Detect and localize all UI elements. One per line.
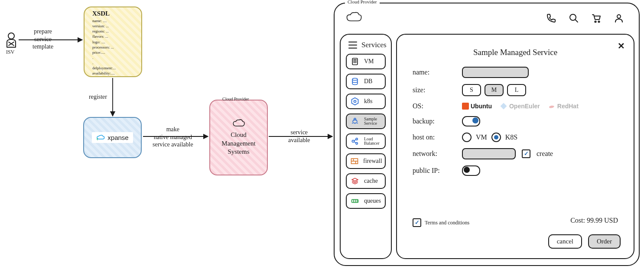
field-host-label: host on: xyxy=(413,133,456,141)
svg-point-10 xyxy=(352,78,358,81)
cloud-ui-provider-label: Cloud Provider xyxy=(345,0,380,4)
cms-title: Cloud Management Systems xyxy=(221,131,255,156)
size-option-M[interactable]: M xyxy=(485,84,504,96)
arrow-label-register: register xyxy=(89,93,107,101)
sidebar-item-k8s[interactable]: k8s xyxy=(346,94,386,109)
xpanse-logo: xpanse xyxy=(92,132,133,143)
sidebar-item-label: cache xyxy=(364,178,378,185)
svg-line-18 xyxy=(354,142,356,143)
svg-point-0 xyxy=(8,33,14,39)
field-pubip-label: public IP: xyxy=(413,167,456,175)
svg-point-5 xyxy=(617,15,621,18)
cms-node: Cloud Provider Cloud Management Systems xyxy=(209,100,268,175)
sidebar-item-cache[interactable]: cache xyxy=(346,173,386,189)
network-create-checkbox[interactable] xyxy=(522,149,530,158)
host-label-vm: VM xyxy=(476,133,487,141)
os-option-ubuntu[interactable]: Ubuntu xyxy=(462,102,492,110)
detail-title: Sample Managed Service xyxy=(397,48,634,57)
sample-icon xyxy=(350,117,360,126)
os-option-openeuler[interactable]: OpenEuler xyxy=(500,102,540,110)
cache-icon xyxy=(350,176,360,186)
arrow-label-service: service available xyxy=(288,129,310,144)
sidebar-item-lb[interactable]: Load Balancer xyxy=(346,133,386,149)
sidebar-item-label: queues xyxy=(364,198,381,204)
arrow-label-make: make native managed service available xyxy=(153,126,193,149)
phone-icon[interactable] xyxy=(546,13,556,23)
sidebar-item-label: DB xyxy=(364,78,372,85)
svg-point-13 xyxy=(354,118,356,120)
field-name-label: name: xyxy=(413,68,456,76)
sidebar-title: Services xyxy=(361,41,387,49)
fw-icon xyxy=(350,156,359,166)
sidebar-item-db[interactable]: DB xyxy=(346,74,386,89)
size-option-S[interactable]: S xyxy=(462,84,481,96)
sidebar-item-label: Load Balancer xyxy=(364,137,380,146)
cms-provider-label: Cloud Provider xyxy=(220,97,251,101)
terms-checkbox[interactable] xyxy=(413,218,421,227)
xpanse-node: xpanse xyxy=(83,117,142,158)
field-os-label: OS: xyxy=(413,102,456,110)
svg-marker-27 xyxy=(500,103,507,110)
size-option-L[interactable]: L xyxy=(507,84,526,96)
sidebar-item-label: k8s xyxy=(364,98,372,105)
queue-icon xyxy=(350,196,360,206)
arrow-label-prepare: prepare service template xyxy=(33,28,53,51)
search-icon[interactable] xyxy=(569,13,579,23)
xsdl-title: XSDL xyxy=(92,10,110,17)
isv-actor-icon xyxy=(5,32,17,48)
lb-icon xyxy=(350,136,360,146)
name-input[interactable] xyxy=(462,67,529,78)
close-icon[interactable]: ✕ xyxy=(618,41,625,51)
svg-point-4 xyxy=(598,21,599,22)
host-label-k8s: K8S xyxy=(505,133,517,141)
cart-icon[interactable] xyxy=(591,13,602,23)
cloud-ui-frame: Cloud Provider Services VM DB k8s xyxy=(334,3,640,266)
sidebar-item-vm[interactable]: VM xyxy=(346,54,386,69)
network-input[interactable] xyxy=(462,148,516,159)
sidebar-title-row: Services xyxy=(348,41,391,49)
svg-marker-11 xyxy=(352,98,358,105)
sidebar-item-fw[interactable]: firewall xyxy=(346,153,386,169)
svg-line-2 xyxy=(575,19,578,22)
xsdl-node: XSDL name: ....version: ...regions: ...f… xyxy=(84,6,142,77)
os-option-redhat[interactable]: RedHat xyxy=(548,102,579,110)
network-create-label: create xyxy=(537,150,553,158)
sidebar-item-label: firewall xyxy=(363,158,382,165)
xpanse-name: xpanse xyxy=(107,134,128,141)
field-size-label: size: xyxy=(413,86,456,94)
detail-panel: ✕ Sample Managed Service name: size: SML… xyxy=(396,34,634,259)
cloud-logo-icon xyxy=(346,11,362,23)
sidebar-item-sample[interactable]: Sample Service xyxy=(346,113,386,129)
cost-display: Cost: 99.99 USD xyxy=(570,217,618,224)
svg-point-3 xyxy=(595,21,596,22)
cancel-button[interactable]: cancel xyxy=(548,234,582,249)
db-icon xyxy=(350,77,360,86)
svg-line-17 xyxy=(354,139,356,141)
svg-point-14 xyxy=(352,140,354,143)
svg-point-12 xyxy=(354,100,356,103)
sidebar: Services VM DB k8s Sample Service Load B… xyxy=(340,34,392,259)
k8s-icon xyxy=(350,97,360,106)
isv-label: ISV xyxy=(6,49,14,55)
host-radio-k8s[interactable] xyxy=(491,133,501,142)
sidebar-item-queue[interactable]: queues xyxy=(346,193,386,209)
terms-label: Terms and conditions xyxy=(425,220,469,226)
cloud-icon xyxy=(232,119,245,128)
host-radio-vm[interactable] xyxy=(462,133,472,142)
field-network-label: network: xyxy=(413,150,456,158)
sidebar-item-label: Sample Service xyxy=(364,117,377,126)
order-button[interactable]: Order xyxy=(588,234,621,249)
xsdl-body: name: ....version: ...regions: ...flavor… xyxy=(92,18,116,76)
sidebar-item-label: VM xyxy=(364,58,374,65)
backup-toggle[interactable] xyxy=(462,116,480,126)
vm-icon xyxy=(350,57,360,66)
hamburger-icon[interactable] xyxy=(348,42,357,49)
user-icon[interactable] xyxy=(614,13,624,23)
pubip-toggle[interactable] xyxy=(462,165,480,176)
field-backup-label: backup: xyxy=(413,117,456,125)
